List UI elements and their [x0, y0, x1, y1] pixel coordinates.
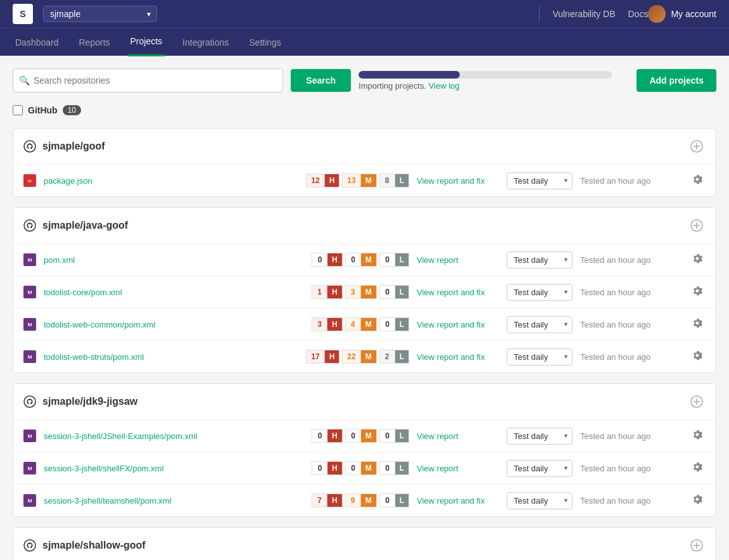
- gear-icon: [692, 493, 703, 505]
- test-frequency-wrapper: Test dailyTest weeklyNever: [507, 428, 573, 445]
- view-report-link[interactable]: View report and fix: [417, 288, 499, 297]
- search-button[interactable]: Search: [291, 69, 351, 92]
- mvn-icon: M: [23, 286, 36, 298]
- project-group: sjmaple/goof npackage.json12H13M8LView r…: [13, 128, 716, 197]
- project-row: Mtodolist-web-struts/pom.xml17H22M2LView…: [13, 341, 716, 372]
- file-link[interactable]: pom.xml: [44, 255, 304, 265]
- high-count: 0: [312, 430, 327, 442]
- add-projects-button[interactable]: Add projects: [637, 69, 716, 92]
- settings-button[interactable]: [689, 426, 706, 445]
- medium-vuln-badge: 0M: [345, 253, 377, 267]
- view-report-link[interactable]: View report and fix: [417, 496, 499, 506]
- gear-icon: [692, 350, 703, 361]
- settings-button[interactable]: [689, 347, 706, 366]
- add-project-button[interactable]: [688, 137, 706, 155]
- low-count: 0: [380, 430, 395, 442]
- low-label: L: [395, 174, 409, 187]
- test-frequency-select[interactable]: Test dailyTest weeklyNever: [507, 172, 573, 189]
- medium-vuln-badge: 22M: [342, 350, 376, 364]
- github-icon: [23, 539, 36, 552]
- low-count: 2: [380, 350, 395, 363]
- vulnerability-db-link[interactable]: Vulnerability DB: [552, 9, 615, 19]
- add-project-button[interactable]: [688, 217, 706, 234]
- vulnerability-badges: 0H0M0L: [312, 429, 409, 443]
- settings-button[interactable]: [689, 283, 706, 302]
- test-frequency-select[interactable]: Test dailyTest weeklyNever: [507, 284, 573, 301]
- snyk-logo-icon: S: [13, 4, 33, 24]
- medium-label: M: [361, 253, 376, 266]
- file-link[interactable]: todolist-web-struts/pom.xml: [44, 352, 298, 362]
- view-report-link[interactable]: View report: [417, 255, 499, 265]
- nav-reports[interactable]: Reports: [77, 29, 113, 56]
- settings-button[interactable]: [689, 315, 706, 334]
- test-frequency-select[interactable]: Test dailyTest weeklyNever: [507, 348, 573, 366]
- org-selector[interactable]: sjmaple: [43, 6, 157, 22]
- view-report-link[interactable]: View report: [417, 464, 499, 473]
- gear-icon: [692, 285, 703, 296]
- view-report-link[interactable]: View report and fix: [417, 352, 499, 362]
- medium-vuln-badge: 3M: [345, 285, 377, 299]
- medium-label: M: [361, 318, 376, 331]
- low-label: L: [395, 253, 409, 266]
- low-count: 0: [380, 318, 395, 331]
- low-vuln-badge: 0L: [379, 285, 409, 299]
- settings-button[interactable]: [689, 459, 706, 478]
- nav-projects[interactable]: Projects: [128, 29, 165, 56]
- project-row: Mtodolist-core/pom.xml1H3M0LView report …: [13, 276, 716, 309]
- file-link[interactable]: session-3-jshell/teamshell/pom.xml: [44, 496, 304, 506]
- vulnerability-badges: 17H22M2L: [306, 350, 409, 364]
- test-frequency-select[interactable]: Test dailyTest weeklyNever: [507, 492, 573, 509]
- group-title: sjmaple/jdk9-jigsaw: [23, 395, 137, 408]
- view-report-link[interactable]: View report and fix: [417, 176, 499, 186]
- high-vuln-badge: 1H: [312, 285, 343, 299]
- high-vuln-badge: 0H: [312, 461, 343, 475]
- github-checkbox-input[interactable]: [13, 105, 23, 115]
- test-frequency-select[interactable]: Test dailyTest weeklyNever: [507, 251, 573, 269]
- test-frequency-wrapper: Test dailyTest weeklyNever: [507, 316, 573, 333]
- file-link[interactable]: session-3-jshell/JShell-Examples/pom.xml: [44, 431, 304, 441]
- nav-settings[interactable]: Settings: [246, 29, 284, 56]
- test-frequency-select[interactable]: Test dailyTest weeklyNever: [507, 428, 573, 445]
- file-link[interactable]: package.json: [44, 176, 298, 186]
- progress-bar-inner: [358, 71, 460, 79]
- group-name: sjmaple/java-goof: [42, 220, 128, 231]
- test-frequency-select[interactable]: Test dailyTest weeklyNever: [507, 460, 573, 477]
- search-input[interactable]: [13, 68, 283, 92]
- high-vuln-badge: 0H: [312, 253, 343, 267]
- filter-bar: GitHub 10: [13, 105, 716, 115]
- snyk-logo: S: [13, 4, 33, 24]
- test-frequency-wrapper: Test dailyTest weeklyNever: [507, 460, 573, 477]
- add-project-button[interactable]: [688, 393, 706, 410]
- add-project-button[interactable]: [688, 537, 706, 554]
- high-label: H: [327, 253, 342, 266]
- github-filter-checkbox[interactable]: GitHub 10: [13, 105, 81, 115]
- group-header: sjmaple/java-goof: [13, 208, 716, 244]
- file-link[interactable]: session-3-jshell/shellFX/pom.xml: [44, 464, 304, 473]
- project-group: sjmaple/jdk9-jigsaw Msession-3-jshell/JS…: [13, 383, 716, 517]
- docs-link[interactable]: Docs: [628, 9, 649, 19]
- project-row: Mtodolist-web-common/pom.xml3H4M0LView r…: [13, 309, 716, 341]
- group-name: sjmaple/jdk9-jigsaw: [42, 396, 137, 407]
- settings-button[interactable]: [689, 250, 706, 269]
- nav-dashboard[interactable]: Dashboard: [13, 29, 61, 56]
- low-vuln-badge: 8L: [379, 174, 409, 188]
- settings-button[interactable]: [689, 171, 706, 190]
- low-label: L: [395, 318, 409, 331]
- high-label: H: [327, 430, 342, 442]
- group-header: sjmaple/shallow-goof: [13, 528, 716, 560]
- medium-vuln-badge: 0M: [345, 461, 377, 475]
- view-report-link[interactable]: View report and fix: [417, 320, 499, 329]
- view-log-link[interactable]: View log: [429, 81, 460, 91]
- view-report-link[interactable]: View report: [417, 431, 499, 441]
- settings-button[interactable]: [689, 491, 706, 510]
- file-link[interactable]: todolist-web-common/pom.xml: [44, 320, 304, 329]
- file-link[interactable]: todolist-core/pom.xml: [44, 288, 304, 297]
- medium-label: M: [361, 174, 376, 187]
- my-account[interactable]: My account: [648, 5, 716, 23]
- npm-icon: n: [23, 174, 36, 187]
- org-dropdown[interactable]: sjmaple: [43, 6, 157, 22]
- test-frequency-select[interactable]: Test dailyTest weeklyNever: [507, 316, 573, 333]
- vulnerability-badges: 3H4M0L: [312, 317, 409, 331]
- search-area: 🔍 Search Importing projects. View log Ad…: [13, 68, 716, 92]
- nav-integrations[interactable]: Integrations: [180, 29, 231, 56]
